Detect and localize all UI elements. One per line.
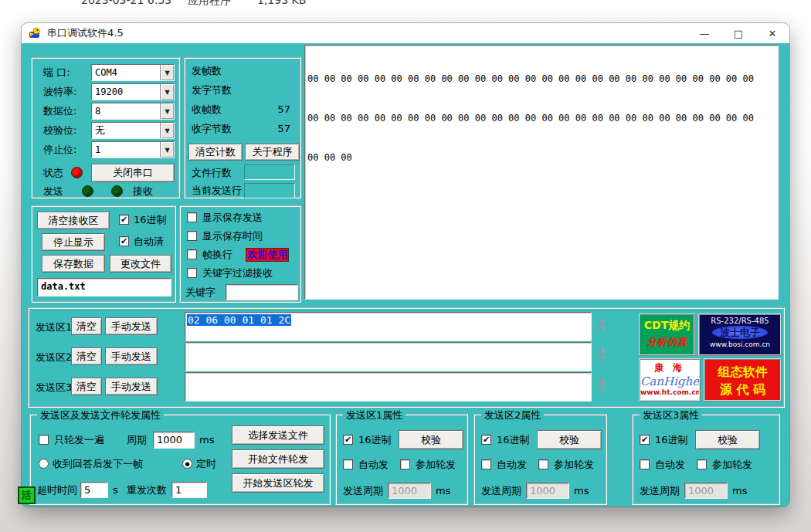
databits-select[interactable]: 8 ▼: [91, 103, 175, 120]
retry-field[interactable]: 1: [171, 482, 207, 498]
send-area1-spinner[interactable]: ▲ ▼: [596, 315, 607, 332]
area3-verify-button[interactable]: 校验: [695, 430, 760, 449]
port-select[interactable]: COM4 ▼: [91, 64, 175, 81]
keyword-filter-label: 关键字过滤接收: [202, 267, 273, 280]
about-button[interactable]: 关于程序: [245, 144, 300, 161]
area1-period-unit: ms: [436, 485, 450, 497]
area1-join-cycle-checkbox[interactable]: [400, 459, 410, 469]
scada-badge-line1: 组态软件: [705, 364, 780, 381]
cycle-send-group: 发送区及发送文件轮发属性 只轮发一遍 周期 1000 ms 收到回答后发下一帧 …: [29, 414, 331, 505]
send-area1-props-title: 发送区1属性: [343, 408, 406, 422]
timeout-field[interactable]: 5: [80, 482, 108, 498]
ime-indicator[interactable]: 活: [18, 486, 36, 504]
show-saved-send-checkbox[interactable]: [187, 212, 197, 222]
area3-autosend-checkbox[interactable]: [640, 459, 650, 469]
canhigher-badge-line1: 康 海: [640, 361, 699, 374]
spin-up-icon[interactable]: ▲: [599, 315, 605, 324]
send-area2-props-group: 发送区2属性 ✔ 16进制 校验 自动发 参加轮发 发送周期 1000 ms: [473, 414, 607, 505]
current-line-field[interactable]: [244, 183, 295, 198]
start-file-cycle-button[interactable]: 开始文件轮发: [232, 449, 324, 469]
canhigher-badge-line2: CanHigher: [640, 374, 699, 388]
chevron-down-icon[interactable]: ▼: [160, 123, 174, 138]
clear-receive-button[interactable]: 清空接收区: [37, 212, 110, 229]
save-data-button[interactable]: 保存数据: [42, 255, 105, 273]
send-area3-clear-button[interactable]: 清空: [71, 378, 102, 395]
area3-period-unit: ms: [732, 485, 747, 497]
stop-display-button[interactable]: 停止显示: [42, 233, 105, 251]
receive-line: 00 00 00 00 00 00 00 00 00 00 00 00 00 0…: [307, 73, 775, 86]
start-area-cycle-button[interactable]: 开始发送区轮发: [232, 473, 324, 493]
bosi-electronics-badge[interactable]: RS-232/RS-485 波士电子 www.bosi.com.cn: [698, 313, 782, 356]
parity-select[interactable]: 无 ▼: [91, 122, 175, 139]
area3-autosend-label: 自动发: [655, 459, 685, 471]
close-port-button[interactable]: 关闭串口: [91, 164, 175, 182]
send-area3-spinner[interactable]: ▲ ▼: [596, 375, 607, 392]
hex-display-checkbox[interactable]: ✔: [119, 215, 129, 225]
area3-hex-label: 16进制: [655, 434, 688, 446]
keyword-filter-checkbox[interactable]: [187, 268, 197, 278]
area2-verify-button[interactable]: 校验: [537, 430, 602, 449]
receive-line: 00 00 00 00 00 00 00 00 00 00 00 00 00 0…: [307, 112, 775, 125]
minimize-button[interactable]: —: [687, 23, 721, 43]
receive-line: 00 00 00: [307, 151, 775, 164]
area2-period-label: 发送周期: [481, 485, 521, 497]
send-area2-manual-send-button[interactable]: 手动发送: [105, 347, 158, 365]
area3-join-cycle-checkbox[interactable]: [697, 459, 707, 469]
send-area1-clear-button[interactable]: 清空: [71, 317, 102, 335]
stopbits-select[interactable]: 1 ▼: [91, 141, 175, 158]
period-field[interactable]: 1000: [153, 432, 195, 449]
tx-light: [82, 185, 93, 197]
chevron-down-icon[interactable]: ▼: [160, 65, 174, 80]
send-area2-clear-button[interactable]: 清空: [71, 347, 102, 365]
send-area2-spinner[interactable]: ▲ ▼: [596, 345, 607, 362]
send-area1-props-group: 发送区1属性 ✔ 16进制 校验 自动发 参加轮发 发送周期 1000 ms: [335, 414, 468, 505]
select-send-file-button[interactable]: 选择发送文件: [232, 425, 324, 445]
auto-clear-checkbox[interactable]: ✔: [119, 236, 129, 246]
chevron-down-icon[interactable]: ▼: [160, 103, 174, 119]
canhigher-badge[interactable]: 康 海 CanHigher www.ht.com.cn: [639, 358, 701, 402]
scada-source-badge[interactable]: 组态软件 源 代 码: [704, 358, 782, 402]
area2-join-cycle-checkbox[interactable]: [538, 459, 548, 469]
spin-down-icon[interactable]: ▼: [599, 354, 605, 362]
spin-up-icon[interactable]: ▲: [599, 375, 605, 384]
send-once-checkbox[interactable]: [39, 435, 49, 445]
maximize-button[interactable]: □: [721, 23, 755, 43]
area2-autosend-label: 自动发: [497, 459, 527, 471]
spin-down-icon[interactable]: ▼: [599, 324, 605, 332]
save-filename-field[interactable]: data.txt: [37, 278, 171, 296]
keyword-field[interactable]: [226, 284, 298, 300]
area1-verify-button[interactable]: 校验: [399, 430, 463, 449]
file-lines-field[interactable]: [244, 164, 295, 180]
area1-autosend-checkbox[interactable]: [343, 459, 353, 469]
area2-period-field: 1000: [526, 483, 569, 499]
stopbits-label: 停止位:: [43, 144, 76, 156]
spin-up-icon[interactable]: ▲: [599, 345, 605, 354]
send-area3-input[interactable]: [185, 372, 592, 402]
spin-down-icon[interactable]: ▼: [599, 384, 605, 392]
status-label: 状态: [43, 167, 63, 179]
send-area1-selected-text: 02 06 00 01 01 2C: [187, 314, 291, 326]
send-area1-input[interactable]: 02 06 00 01 01 2C: [185, 312, 592, 341]
timer-radio[interactable]: ●: [182, 459, 192, 469]
cdt-protocol-badge[interactable]: CDT规约 分析仿真: [639, 313, 695, 356]
area3-hex-checkbox[interactable]: ✔: [640, 435, 650, 445]
clear-count-button[interactable]: 清空计数: [188, 144, 243, 161]
send-area2-input[interactable]: [185, 342, 592, 371]
chevron-down-icon[interactable]: ▼: [160, 84, 174, 100]
close-button[interactable]: ✕: [755, 23, 789, 43]
title-bar[interactable]: 串口调试软件4.5 — □ ✕: [22, 23, 789, 43]
area2-autosend-checkbox[interactable]: [481, 459, 491, 469]
radio-dot: ●: [185, 461, 189, 467]
area1-hex-checkbox[interactable]: ✔: [343, 435, 353, 445]
baud-select[interactable]: 19200 ▼: [91, 83, 175, 100]
show-saved-time-checkbox[interactable]: [187, 231, 197, 241]
chevron-down-icon[interactable]: ▼: [160, 142, 174, 158]
frame-wrap-checkbox[interactable]: [187, 249, 197, 259]
area2-hex-checkbox[interactable]: ✔: [481, 435, 491, 445]
send-area3-manual-send-button[interactable]: 手动发送: [105, 378, 158, 395]
receive-display[interactable]: 00 00 00 00 00 00 00 00 00 00 00 00 00 0…: [304, 45, 779, 300]
send-after-answer-radio[interactable]: [39, 459, 49, 469]
change-file-button[interactable]: 更改文件: [110, 255, 171, 273]
send-area1-manual-send-button[interactable]: 手动发送: [105, 317, 158, 335]
frame-wrap-label: 帧换行: [202, 249, 232, 261]
